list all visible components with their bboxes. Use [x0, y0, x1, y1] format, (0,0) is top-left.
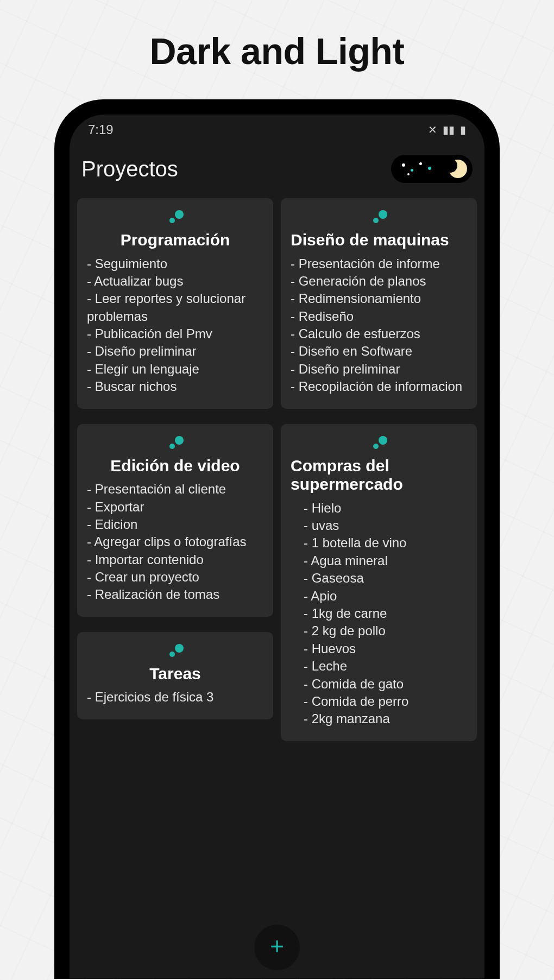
marketing-title: Dark and Light: [0, 30, 554, 72]
project-task-item: Elegir un lenguaje: [87, 361, 263, 378]
project-title: Edición de video: [87, 457, 263, 476]
project-task-item: Leche: [291, 657, 467, 675]
stars-icon: [401, 161, 439, 176]
plus-icon: +: [270, 934, 284, 958]
project-card[interactable]: TareasEjercicios de física 3: [77, 632, 273, 719]
project-task-item: 2kg manzana: [291, 710, 467, 728]
moon-icon: [449, 160, 467, 178]
project-card[interactable]: Compras del supermercadoHielouvas1 botel…: [281, 424, 477, 741]
project-task-item: Exportar: [87, 498, 263, 516]
status-time: 7:19: [88, 122, 114, 137]
signal-icon: ▮▮: [443, 123, 455, 136]
project-task-item: Diseño en Software: [291, 343, 467, 360]
project-task-item: Generación de planos: [291, 273, 467, 290]
project-task-item: Huevos: [291, 640, 467, 657]
project-task-item: Comida de gato: [291, 675, 467, 693]
project-task-item: Redimensionamiento: [291, 290, 467, 307]
project-task-item: Hielo: [291, 500, 467, 517]
project-title: Compras del supermercado: [291, 457, 467, 494]
project-task-item: Realización de tomas: [87, 586, 263, 603]
project-icon: [167, 644, 184, 657]
project-title: Diseño de maquinas: [291, 231, 467, 250]
project-task-list: Ejercicios de física 3: [87, 688, 263, 706]
project-task-item: Presentación de informe: [291, 255, 467, 273]
mute-icon: ✕: [428, 123, 437, 136]
project-task-list: SeguimientoActualizar bugsLeer reportes …: [87, 255, 263, 396]
project-task-list: Hielouvas1 botella de vinoAgua mineralGa…: [291, 500, 467, 728]
project-icon: [167, 436, 184, 449]
cards-scroll[interactable]: ProgramaciónSeguimientoActualizar bugsLe…: [70, 198, 484, 978]
project-task-item: Diseño preliminar: [291, 361, 467, 378]
project-task-item: Crear un proyecto: [87, 568, 263, 586]
project-card[interactable]: ProgramaciónSeguimientoActualizar bugsLe…: [77, 198, 273, 409]
project-task-item: Diseño preliminar: [87, 343, 263, 360]
project-task-item: 2 kg de pollo: [291, 622, 467, 640]
project-task-item: 1 botella de vino: [291, 534, 467, 552]
project-task-item: Presentación al cliente: [87, 480, 263, 498]
project-task-item: Comida de perro: [291, 693, 467, 710]
project-card[interactable]: Edición de videoPresentación al clienteE…: [77, 424, 273, 617]
theme-toggle[interactable]: [391, 155, 473, 183]
project-task-item: Agregar clips o fotografías: [87, 533, 263, 551]
project-task-item: Recopilación de informacion: [291, 378, 467, 395]
project-task-list: Presentación al clienteExportarEdicionAg…: [87, 480, 263, 604]
status-bar: 7:19 ✕ ▮▮ ▮: [70, 115, 484, 145]
project-task-item: Edicion: [87, 516, 263, 533]
phone-frame: 7:19 ✕ ▮▮ ▮ Proyectos ProgramaciónSeguim…: [54, 99, 500, 979]
project-task-item: Leer reportes y solucionar problemas: [87, 290, 263, 325]
app-header: Proyectos: [70, 145, 484, 198]
project-icon: [371, 436, 387, 449]
project-task-item: Calculo de esfuerzos: [291, 325, 467, 343]
page-title: Proyectos: [81, 157, 178, 181]
project-task-item: Apio: [291, 587, 467, 605]
project-task-item: Publicación del Pmv: [87, 325, 263, 343]
project-task-item: Agua mineral: [291, 552, 467, 570]
project-task-item: uvas: [291, 517, 467, 534]
project-task-item: 1kg de carne: [291, 605, 467, 622]
project-card[interactable]: Diseño de maquinasPresentación de inform…: [281, 198, 477, 409]
project-task-item: Ejercicios de física 3: [87, 688, 263, 706]
phone-screen: 7:19 ✕ ▮▮ ▮ Proyectos ProgramaciónSeguim…: [70, 115, 484, 979]
project-task-list: Presentación de informeGeneración de pla…: [291, 255, 467, 396]
project-task-item: Buscar nichos: [87, 378, 263, 395]
project-task-item: Gaseosa: [291, 570, 467, 587]
project-title: Tareas: [87, 665, 263, 684]
battery-icon: ▮: [460, 123, 466, 136]
project-icon: [371, 210, 387, 223]
project-task-item: Seguimiento: [87, 255, 263, 273]
add-button[interactable]: +: [254, 925, 300, 970]
project-task-item: Actualizar bugs: [87, 273, 263, 290]
project-task-item: Importar contenido: [87, 551, 263, 568]
project-icon: [167, 210, 184, 223]
project-task-item: Rediseño: [291, 308, 467, 325]
project-title: Programación: [87, 231, 263, 250]
